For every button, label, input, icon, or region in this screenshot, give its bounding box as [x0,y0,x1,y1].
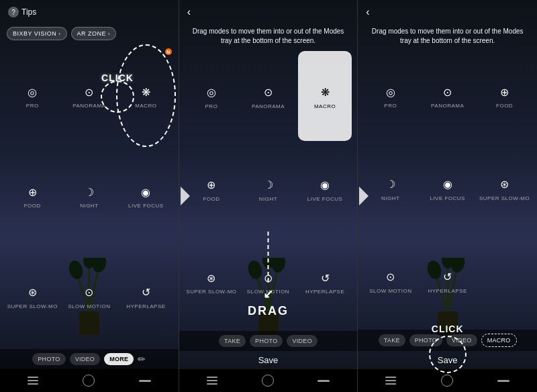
slow-motion-label: SLOW MOTION [68,303,110,309]
food-label: FOOD [24,203,41,209]
mode-pro-2[interactable]: ◎ PRO [185,51,239,141]
chevron-icon: › [58,31,60,37]
macro-label: MACRO [135,103,156,109]
tray-photo[interactable]: PHOTO [32,353,65,365]
save-area-panel3: Save CLICK [358,351,537,369]
pro-icon-3: ◎ [381,83,400,101]
hyperlapse-icon-3: ↺ [438,268,457,287]
nav-home-icon[interactable] [83,375,95,387]
tray-video[interactable]: VIDEO [70,353,101,365]
nav-home-icon-3[interactable] [441,375,453,387]
bottom-tray-panel2: TAKE PHOTO VIDEO [179,331,358,351]
mode-night-2[interactable]: ☽ NIGHT [241,144,295,234]
super-slow-mo-icon-3: ⊛ [495,175,514,194]
panel-2: ‹ Drag modes to move them into or out of… [179,0,358,392]
mode-hyperlapse-3[interactable]: ↺ HYPERLAPSE [420,236,475,326]
panel-3: ‹ Drag modes to move them into or out of… [358,0,537,392]
modes-grid-panel3: ◎ PRO ⊙ PANORAMA ⊕ FOOD ☽ NIGHT ◉ LIVE F… [358,47,537,330]
modes-grid-panel1: ◎ PRO ⊙ PANORAMA ❋ MACRO N ⊕ FOOD ☽ [0,43,179,349]
hyperlapse-icon: ↺ [136,283,155,302]
new-badge: N [165,48,172,55]
instruction-panel3: Drag modes to move them into or out of t… [358,24,537,47]
tray-take-2[interactable]: TAKE [219,335,246,347]
tips-button[interactable]: ? Tips [8,7,36,17]
tips-icon: ? [8,7,19,17]
food-icon: ⊕ [23,183,42,201]
pro-label-2: PRO [205,103,218,109]
ar-zone-btn[interactable]: AR ZONE › [71,27,117,40]
tray-take-3[interactable]: TAKE [379,334,405,346]
nav-home-icon-2[interactable] [262,375,274,387]
nav-bar-panel2 [179,369,358,392]
night-label-3: NIGHT [381,195,399,201]
panel-1: ? Tips BIXBY VISION › AR ZONE › CLICK [0,0,179,392]
click-save-text: CLICK [432,324,464,334]
mode-food[interactable]: ⊕ FOOD [5,147,60,244]
mode-food-3[interactable]: ⊕ FOOD [477,51,532,141]
back-button-2[interactable]: ‹ [187,6,191,18]
nav-back-icon-2[interactable] [318,380,330,382]
pro-label: PRO [26,103,39,109]
header-buttons: BIXBY VISION › AR ZONE › [0,24,179,43]
night-icon-2: ☽ [259,176,278,195]
super-slow-mo-icon-2: ⊛ [202,268,221,287]
super-slow-mo-icon: ⊛ [23,283,42,302]
mode-night[interactable]: ☽ NIGHT [62,147,117,244]
mode-live-focus-3[interactable]: ◉ LIVE FOCUS [420,144,475,234]
arrow-2-to-3 [359,187,369,205]
pro-icon-2: ◎ [202,83,221,102]
hyperlapse-label-3: HYPERLAPSE [428,288,467,294]
mode-food-2[interactable]: ⊕ FOOD [185,144,239,234]
tray-macro-3[interactable]: MACRO [481,334,517,347]
hyperlapse-icon-2: ↺ [315,268,334,287]
mode-super-slow-mo-3[interactable]: ⊛ SUPER SLOW-MO [477,144,532,234]
mode-super-slow-mo[interactable]: ⊛ SUPER SLOW-MO [5,248,60,345]
tips-label: Tips [21,7,36,17]
slow-motion-icon-3: ⊙ [381,268,400,287]
click-annotation-macro: CLICK [97,72,138,113]
mode-live-focus-2[interactable]: ◉ LIVE FOCUS [298,144,352,234]
mode-pro-3[interactable]: ◎ PRO [363,51,418,141]
slow-motion-label-3: SLOW MOTION [369,288,411,294]
mode-night-3[interactable]: ☽ NIGHT [363,144,418,234]
night-label-2: NIGHT [259,196,277,202]
bixby-label: BIXBY VISION [13,30,56,37]
nav-menu-icon-2[interactable] [207,377,217,385]
tray-video-2[interactable]: VIDEO [287,335,318,347]
mode-super-slow-mo-2[interactable]: ⊛ SUPER SLOW-MO [185,237,239,327]
hyperlapse-label-2: HYPERLAPSE [305,289,344,295]
nav-menu-icon-3[interactable] [385,377,396,385]
live-focus-label-3: LIVE FOCUS [430,195,465,201]
nav-back-icon-3[interactable] [497,380,509,382]
live-focus-label-2: LIVE FOCUS [307,196,343,202]
mode-panorama-3[interactable]: ⊙ PANORAMA [420,51,475,141]
mode-pro[interactable]: ◎ PRO [5,47,60,144]
mode-slow-motion[interactable]: ⊙ SLOW MOTION [62,248,117,345]
tray-more[interactable]: MORE [104,353,134,365]
mode-live-focus[interactable]: ◉ LIVE FOCUS [119,147,173,244]
macro-label-2: MACRO [314,103,336,109]
nav-back-icon[interactable] [139,380,151,382]
pencil-icon[interactable]: ✏ [138,354,146,364]
mode-hyperlapse-2[interactable]: ↺ HYPERLAPSE [298,237,352,327]
back-button-3[interactable]: ‹ [366,6,369,18]
nav-menu-icon[interactable] [28,377,38,385]
top-bar-panel3: ‹ [358,0,537,24]
mode-macro-2[interactable]: ❋ MACRO [298,51,352,141]
ar-label: AR ZONE [77,30,107,37]
save-button-panel2[interactable]: Save [179,351,358,369]
drag-text: DRAG [248,304,289,318]
tray-photo-2[interactable]: PHOTO [250,335,283,347]
pro-label-3: PRO [384,103,397,109]
super-slow-mo-label: SUPER SLOW-MO [7,303,58,309]
mode-slow-motion-3[interactable]: ⊙ SLOW MOTION [363,236,418,326]
panorama-icon-2: ⊙ [259,83,278,102]
macro-icon: ❋ [136,83,155,101]
mode-hyperlapse[interactable]: ↺ HYPERLAPSE [119,248,173,345]
pro-icon: ◎ [23,83,42,101]
mode-panorama-2[interactable]: ⊙ PANORAMA [241,51,295,141]
panorama-label-2: PANORAMA [252,103,285,109]
drag-line [268,232,269,285]
bixby-vision-btn[interactable]: BIXBY VISION › [7,27,67,40]
chevron-icon-2: › [108,31,110,37]
